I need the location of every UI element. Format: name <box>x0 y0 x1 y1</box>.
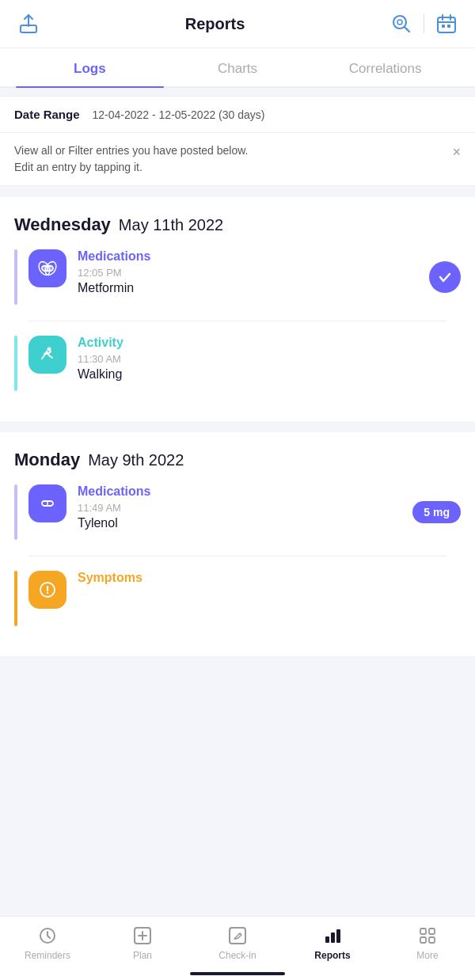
nav-label-checkin: Check-in <box>218 950 256 961</box>
svg-rect-32 <box>336 929 340 943</box>
day-header-wednesday: Wednesday May 11th 2022 <box>14 215 461 235</box>
check-badge <box>429 261 461 293</box>
tab-correlations[interactable]: Correlations <box>311 48 459 86</box>
tab-charts[interactable]: Charts <box>164 48 312 86</box>
left-bar-purple <box>14 249 17 305</box>
tab-logs[interactable]: Logs <box>16 48 164 86</box>
nav-item-reports[interactable]: Reports <box>285 925 380 961</box>
date-range-bar[interactable]: Date Range 12-04-2022 - 12-05-2022 (30 d… <box>0 96 475 133</box>
bottom-nav: Reminders Plan Check-in <box>0 916 475 980</box>
home-indicator <box>190 972 285 975</box>
day-name: Monday <box>14 450 80 470</box>
header-left <box>16 11 41 36</box>
header-right <box>389 11 459 36</box>
nav-item-reminders[interactable]: Reminders <box>0 925 95 961</box>
nav-label-reminders: Reminders <box>25 950 70 961</box>
entry-content-metformin: Medications 12:05 PM Metformin <box>78 249 429 295</box>
day-name: Wednesday <box>14 215 111 235</box>
divider <box>28 556 446 556</box>
entry-name: Walking <box>78 367 461 382</box>
svg-point-4 <box>397 20 402 25</box>
date-range-value: 12-04-2022 - 12-05-2022 (30 days) <box>93 108 265 121</box>
bar-chart-icon <box>321 925 344 947</box>
entry-category: Activity <box>78 336 461 350</box>
entry-name: Tylenol <box>78 516 412 530</box>
medications-icon-2 <box>28 484 66 522</box>
svg-point-21 <box>47 592 48 594</box>
date-range-label: Date Range <box>14 108 80 121</box>
log-entry-metformin[interactable]: Medications 12:05 PM Metformin <box>14 249 461 305</box>
svg-point-16 <box>48 348 51 351</box>
entry-category: Medications <box>78 484 412 499</box>
activity-icon <box>28 336 66 374</box>
svg-line-24 <box>48 936 50 938</box>
left-bar-cyan <box>14 336 17 391</box>
main-content: Date Range 12-04-2022 - 12-05-2022 (30 d… <box>0 96 475 735</box>
left-bar-orange <box>14 571 17 626</box>
nav-label-plan: Plan <box>133 950 152 961</box>
tab-bar: Logs Charts Correlations <box>0 48 475 88</box>
day-section-monday: Monday May 9th 2022 Medications 11:49 AM… <box>0 432 475 656</box>
nav-item-plan[interactable]: Plan <box>95 925 190 961</box>
dose-badge: 5 mg <box>412 501 461 523</box>
svg-rect-36 <box>429 937 435 943</box>
entry-name: Metformin <box>78 281 429 295</box>
edit-icon <box>226 925 249 947</box>
svg-rect-5 <box>438 17 455 32</box>
nav-label-reports: Reports <box>314 950 350 961</box>
page-title: Reports <box>185 15 245 33</box>
nav-item-checkin[interactable]: Check-in <box>190 925 285 961</box>
info-banner-text: View all or Filter entries you have post… <box>14 142 444 176</box>
info-banner: View all or Filter entries you have post… <box>0 133 475 186</box>
log-entry-symptoms[interactable]: Symptoms <box>14 571 461 626</box>
log-entry-tylenol[interactable]: Medications 11:49 AM Tylenol 5 mg <box>14 484 461 540</box>
svg-rect-10 <box>447 25 450 28</box>
entry-category: Medications <box>78 249 429 264</box>
entry-time: 11:49 AM <box>78 502 412 514</box>
header: Reports <box>0 0 475 48</box>
nav-label-more: More <box>416 950 438 961</box>
day-header-monday: Monday May 9th 2022 <box>14 450 461 470</box>
entry-content-walking: Activity 11:30 AM Walking <box>78 336 461 382</box>
entry-time: 11:30 AM <box>78 353 461 365</box>
export-icon[interactable] <box>16 11 41 36</box>
svg-rect-30 <box>325 936 329 943</box>
log-entry-walking[interactable]: Activity 11:30 AM Walking <box>14 336 461 391</box>
symptoms-icon <box>28 571 66 609</box>
plus-square-icon <box>131 925 154 947</box>
svg-rect-9 <box>442 25 445 28</box>
svg-rect-31 <box>331 933 335 943</box>
svg-line-3 <box>405 27 409 32</box>
day-section-wednesday: Wednesday May 11th 2022 Medications 12: <box>0 197 475 421</box>
divider <box>28 321 446 321</box>
nav-item-more[interactable]: More <box>380 925 475 961</box>
calendar-icon[interactable] <box>434 11 459 36</box>
entry-time: 12:05 PM <box>78 267 429 279</box>
grid-icon <box>416 925 439 947</box>
day-date: May 9th 2022 <box>88 451 184 469</box>
clock-icon <box>36 925 59 947</box>
entry-content-tylenol: Medications 11:49 AM Tylenol <box>78 484 412 530</box>
entry-content-symptoms: Symptoms <box>78 571 461 588</box>
day-date: May 11th 2022 <box>119 216 223 234</box>
divider <box>424 14 424 33</box>
left-bar-purple <box>14 484 17 540</box>
svg-rect-35 <box>420 937 426 943</box>
search-icon[interactable] <box>389 11 414 36</box>
medications-icon <box>28 249 66 287</box>
entry-category: Symptoms <box>78 571 461 585</box>
info-close-button[interactable]: × <box>444 144 461 161</box>
svg-rect-33 <box>420 929 426 934</box>
svg-rect-34 <box>429 929 435 934</box>
